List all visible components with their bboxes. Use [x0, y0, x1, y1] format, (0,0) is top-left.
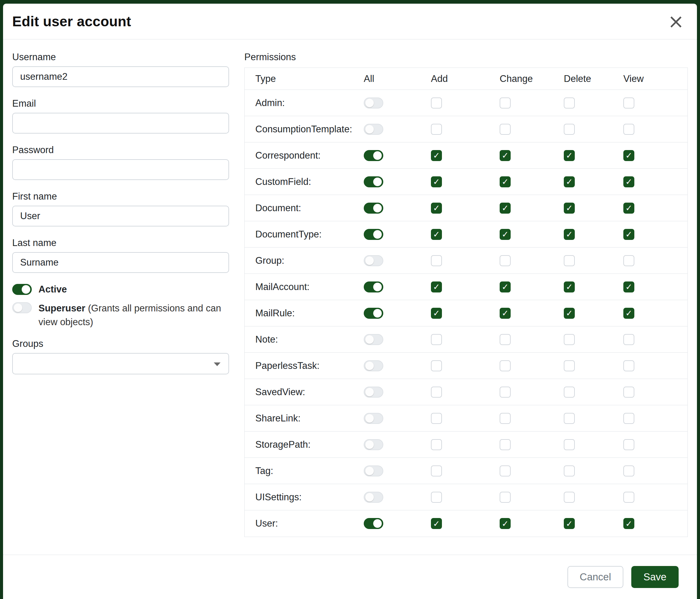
checkbox-add[interactable] [431, 334, 442, 345]
checkbox-add[interactable] [431, 282, 442, 292]
toggle-all[interactable] [364, 360, 383, 371]
checkbox-view[interactable] [623, 176, 634, 187]
groups-select[interactable] [12, 353, 229, 375]
checkbox-add[interactable] [431, 413, 442, 424]
toggle-all[interactable] [364, 308, 383, 319]
checkbox-change[interactable] [500, 282, 511, 292]
checkbox-change[interactable] [500, 202, 511, 214]
checkbox-change[interactable] [500, 439, 511, 450]
checkbox-add[interactable] [431, 518, 442, 529]
checkbox-change[interactable] [500, 518, 511, 529]
checkbox-change[interactable] [500, 360, 511, 371]
checkbox-delete[interactable] [564, 255, 575, 266]
checkbox-change[interactable] [500, 387, 511, 398]
checkbox-delete[interactable] [564, 150, 575, 161]
checkbox-delete[interactable] [564, 202, 575, 214]
checkbox-add[interactable] [431, 308, 442, 319]
permission-type-label: Group: [255, 255, 364, 266]
checkbox-delete[interactable] [564, 282, 575, 292]
checkbox-view[interactable] [623, 413, 634, 424]
toggle-all[interactable] [364, 150, 383, 161]
toggle-all[interactable] [364, 282, 383, 292]
checkbox-add[interactable] [431, 176, 442, 187]
checkbox-change[interactable] [500, 413, 511, 424]
permission-row: ConsumptionTemplate: [245, 116, 688, 142]
toggle-all[interactable] [364, 97, 383, 109]
checkbox-add[interactable] [431, 150, 442, 161]
toggle-all[interactable] [364, 202, 383, 214]
close-icon[interactable]: × [666, 11, 686, 31]
checkbox-change[interactable] [500, 492, 511, 503]
toggle-all[interactable] [364, 124, 383, 135]
toggle-all[interactable] [364, 255, 383, 266]
toggle-all[interactable] [364, 387, 383, 398]
checkbox-view[interactable] [623, 124, 634, 135]
toggle-all[interactable] [364, 334, 383, 345]
checkbox-delete[interactable] [564, 308, 575, 319]
checkbox-add[interactable] [431, 387, 442, 398]
checkbox-view[interactable] [623, 387, 634, 398]
first-name-input[interactable] [12, 206, 229, 226]
toggle-all[interactable] [364, 492, 383, 503]
checkbox-change[interactable] [500, 465, 511, 476]
checkbox-delete[interactable] [564, 124, 575, 135]
last-name-input[interactable] [12, 252, 229, 273]
permission-type-label: User: [255, 518, 364, 529]
checkbox-change[interactable] [500, 124, 511, 135]
checkbox-view[interactable] [623, 97, 634, 109]
checkbox-delete[interactable] [564, 387, 575, 398]
checkbox-delete[interactable] [564, 229, 575, 240]
checkbox-view[interactable] [623, 334, 634, 345]
active-toggle[interactable] [12, 284, 32, 295]
toggle-all[interactable] [364, 229, 383, 240]
checkbox-delete[interactable] [564, 439, 575, 450]
checkbox-change[interactable] [500, 150, 511, 161]
save-button[interactable]: Save [631, 566, 679, 588]
checkbox-view[interactable] [623, 465, 634, 476]
checkbox-add[interactable] [431, 124, 442, 135]
checkbox-view[interactable] [623, 360, 634, 371]
checkbox-change[interactable] [500, 176, 511, 187]
toggle-all[interactable] [364, 413, 383, 424]
checkbox-add[interactable] [431, 439, 442, 450]
checkbox-view[interactable] [623, 518, 634, 529]
checkbox-add[interactable] [431, 360, 442, 371]
checkbox-add[interactable] [431, 465, 442, 476]
checkbox-change[interactable] [500, 229, 511, 240]
checkbox-delete[interactable] [564, 360, 575, 371]
permission-row: Correspondent: [245, 142, 688, 169]
checkbox-add[interactable] [431, 255, 442, 266]
checkbox-view[interactable] [623, 439, 634, 450]
checkbox-delete[interactable] [564, 413, 575, 424]
toggle-all[interactable] [364, 439, 383, 450]
checkbox-delete[interactable] [564, 176, 575, 187]
checkbox-delete[interactable] [564, 518, 575, 529]
toggle-all[interactable] [364, 518, 383, 529]
password-input[interactable] [12, 159, 229, 180]
checkbox-change[interactable] [500, 334, 511, 345]
checkbox-view[interactable] [623, 202, 634, 214]
toggle-all[interactable] [364, 176, 383, 187]
checkbox-add[interactable] [431, 97, 442, 109]
checkbox-view[interactable] [623, 229, 634, 240]
username-input[interactable] [12, 66, 229, 87]
toggle-all[interactable] [364, 465, 383, 476]
cancel-button[interactable]: Cancel [568, 566, 623, 588]
checkbox-add[interactable] [431, 229, 442, 240]
checkbox-add[interactable] [431, 492, 442, 503]
checkbox-delete[interactable] [564, 465, 575, 476]
checkbox-delete[interactable] [564, 97, 575, 109]
checkbox-view[interactable] [623, 492, 634, 503]
checkbox-change[interactable] [500, 255, 511, 266]
checkbox-add[interactable] [431, 202, 442, 214]
checkbox-delete[interactable] [564, 334, 575, 345]
checkbox-delete[interactable] [564, 492, 575, 503]
checkbox-view[interactable] [623, 150, 634, 161]
checkbox-change[interactable] [500, 97, 511, 109]
superuser-toggle[interactable] [12, 302, 32, 313]
checkbox-view[interactable] [623, 255, 634, 266]
checkbox-view[interactable] [623, 308, 634, 319]
email-input[interactable] [12, 113, 229, 134]
checkbox-change[interactable] [500, 308, 511, 319]
checkbox-view[interactable] [623, 282, 634, 292]
